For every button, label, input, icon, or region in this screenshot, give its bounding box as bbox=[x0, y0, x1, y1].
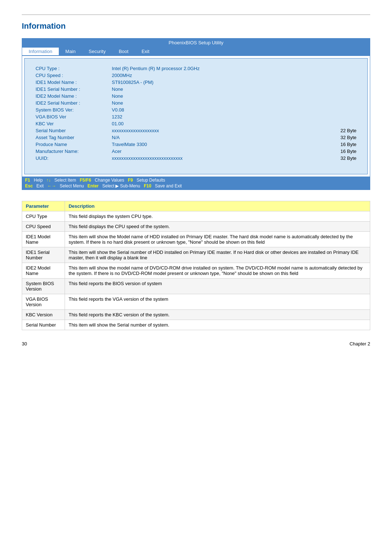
param-cell: KBC Version bbox=[22, 310, 65, 320]
bios-menu-main[interactable]: Main bbox=[59, 48, 82, 55]
table-row: KBC VersionThis field reports the KBC ve… bbox=[22, 310, 370, 320]
desc-cell: This field reports the BIOS version of s… bbox=[65, 279, 370, 294]
bios-field-label: Manufacturer Name: bbox=[36, 149, 112, 154]
bios-field-row: IDE2 Serial Number :None bbox=[36, 100, 356, 106]
desc-cell: This item will show the Model name of HD… bbox=[65, 232, 370, 247]
bios-status-bar: F1Help↑↓Select ItemF5/F6Change ValuesF9S… bbox=[22, 177, 370, 190]
bios-field-value: 2000MHz bbox=[112, 73, 356, 78]
bios-menu-exit[interactable]: Exit bbox=[135, 48, 156, 55]
status-value: Change Values bbox=[93, 177, 126, 183]
bios-field-value: None bbox=[112, 93, 356, 99]
bios-field-value: None bbox=[112, 100, 356, 106]
param-cell: Serial Number bbox=[22, 320, 65, 330]
bios-field-size: 32 Byte bbox=[327, 135, 356, 140]
param-col-header: Parameter bbox=[22, 201, 65, 211]
bios-title: PhoenixBIOS Setup Utility bbox=[22, 39, 370, 47]
bios-field-label: KBC Ver bbox=[36, 121, 112, 126]
desc-cell: This field displays the system CPU type. bbox=[65, 211, 370, 222]
footer-chapter: Chapter 2 bbox=[350, 341, 370, 347]
bios-field-value: Intel (R) Pentium (R) M processor 2.0GHz bbox=[112, 66, 356, 71]
footer-page-number: 30 bbox=[22, 341, 27, 347]
status-value: Save and Exit bbox=[153, 183, 184, 189]
bios-field-value: ST9100825A - (PM) bbox=[112, 80, 356, 85]
bios-field-label: IDE1 Serial Number : bbox=[36, 86, 112, 92]
bios-menu-bar: Information Main Security Boot Exit bbox=[22, 47, 370, 56]
bios-field-row: Serial Numberxxxxxxxxxxxxxxxxxxxx22 Byte bbox=[36, 128, 356, 133]
table-row: IDE1 Model NameThis item will show the M… bbox=[22, 232, 370, 247]
desc-cell: This field reports the KBC version of th… bbox=[65, 310, 370, 320]
bios-field-value: V0.08 bbox=[112, 107, 356, 113]
bios-field-size: 16 Byte bbox=[327, 149, 356, 154]
bios-field-value: None bbox=[112, 86, 356, 92]
status-key: Esc bbox=[24, 183, 34, 189]
bios-field-row: IDE1 Model Name :ST9100825A - (PM) bbox=[36, 80, 356, 85]
bios-field-size: 16 Byte bbox=[327, 142, 356, 147]
status-value: Select Menu bbox=[57, 183, 86, 189]
param-cell: IDE1 Model Name bbox=[22, 232, 65, 247]
table-row: IDE2 Model NameThis item will show the m… bbox=[22, 263, 370, 279]
desc-cell: This item will show the model name of DV… bbox=[65, 263, 370, 279]
bios-status-row: EscExit←→Select MenuEnterSelect ▶ Sub-Me… bbox=[24, 183, 368, 189]
status-key: F5/F6 bbox=[78, 177, 93, 183]
parameter-table: Parameter Description CPU TypeThis field… bbox=[22, 201, 370, 330]
bios-field-label: UUID: bbox=[36, 155, 112, 161]
status-key: ↑↓ bbox=[45, 177, 52, 183]
bios-field-label: IDE2 Serial Number : bbox=[36, 100, 112, 106]
status-key: F1 bbox=[24, 177, 32, 183]
bios-field-label: IDE2 Model Name : bbox=[36, 93, 112, 99]
desc-cell: This field displays the CPU speed of the… bbox=[65, 222, 370, 232]
bios-field-row: Asset Tag NumberN/A32 Byte bbox=[36, 135, 356, 140]
table-row: IDE1 Serial NumberThis item will show th… bbox=[22, 247, 370, 263]
param-cell: CPU Speed bbox=[22, 222, 65, 232]
bios-field-row: KBC Ver01.00 bbox=[36, 121, 356, 126]
bios-field-value: Acer bbox=[112, 149, 327, 154]
status-key: Enter bbox=[86, 183, 100, 189]
bios-field-row: CPU Type :Intel (R) Pentium (R) M proces… bbox=[36, 66, 356, 71]
bios-field-label: System BIOS Ver: bbox=[36, 107, 112, 113]
bios-box: PhoenixBIOS Setup Utility Information Ma… bbox=[22, 38, 370, 190]
top-divider bbox=[22, 15, 370, 15]
status-key: F10 bbox=[142, 183, 153, 189]
bios-field-value: TravelMate 3300 bbox=[112, 142, 327, 147]
desc-col-header: Description bbox=[65, 201, 370, 211]
desc-cell: This field reports the VGA version of th… bbox=[65, 294, 370, 310]
page-title: Information bbox=[22, 21, 370, 31]
bios-field-size: 32 Byte bbox=[327, 155, 356, 161]
bios-field-value: 1232 bbox=[112, 114, 356, 119]
param-cell: IDE2 Model Name bbox=[22, 263, 65, 279]
table-row: Serial NumberThis item will show the Ser… bbox=[22, 320, 370, 330]
bios-field-label: Serial Number bbox=[36, 128, 112, 133]
bios-menu-information[interactable]: Information bbox=[22, 48, 59, 55]
table-row: CPU TypeThis field displays the system C… bbox=[22, 211, 370, 222]
status-value: Exit bbox=[34, 183, 46, 189]
bios-field-row: Manufacturer Name:Acer16 Byte bbox=[36, 149, 356, 154]
bios-field-row: IDE1 Serial Number :None bbox=[36, 86, 356, 92]
desc-cell: This item will show the Serial number of… bbox=[65, 247, 370, 263]
bios-field-row: System BIOS Ver:V0.08 bbox=[36, 107, 356, 113]
bios-field-row: VGA BIOS Ver1232 bbox=[36, 114, 356, 119]
param-cell: IDE1 Serial Number bbox=[22, 247, 65, 263]
table-row: System BIOS VersionThis field reports th… bbox=[22, 279, 370, 294]
status-value: Setup Defaults bbox=[134, 177, 167, 183]
bios-field-label: IDE1 Model Name : bbox=[36, 80, 112, 85]
param-cell: CPU Type bbox=[22, 211, 65, 222]
bios-fields-list: CPU Type :Intel (R) Pentium (R) M proces… bbox=[36, 66, 356, 161]
status-value: Select ▶ Sub-Menu bbox=[100, 183, 142, 189]
bios-field-label: CPU Speed : bbox=[36, 73, 112, 78]
bios-field-value: N/A bbox=[112, 135, 327, 140]
param-cell: VGA BIOS Version bbox=[22, 294, 65, 310]
bios-field-value: xxxxxxxxxxxxxxxxxxxxxxxxxxxxxx bbox=[112, 155, 327, 161]
bios-field-label: CPU Type : bbox=[36, 66, 112, 71]
bios-field-label: Produce Name bbox=[36, 142, 112, 147]
status-value: Help bbox=[32, 177, 45, 183]
status-key: ←→ bbox=[46, 183, 57, 189]
bios-menu-security[interactable]: Security bbox=[82, 48, 112, 55]
page-footer: 30 Chapter 2 bbox=[22, 341, 370, 347]
table-row: VGA BIOS VersionThis field reports the V… bbox=[22, 294, 370, 310]
status-key: F9 bbox=[126, 177, 134, 183]
status-value: Select Item bbox=[52, 177, 78, 183]
bios-field-row: Produce NameTravelMate 330016 Byte bbox=[36, 142, 356, 147]
bios-content-area: CPU Type :Intel (R) Pentium (R) M proces… bbox=[24, 58, 368, 174]
bios-field-row: CPU Speed :2000MHz bbox=[36, 73, 356, 78]
bios-menu-boot[interactable]: Boot bbox=[112, 48, 135, 55]
